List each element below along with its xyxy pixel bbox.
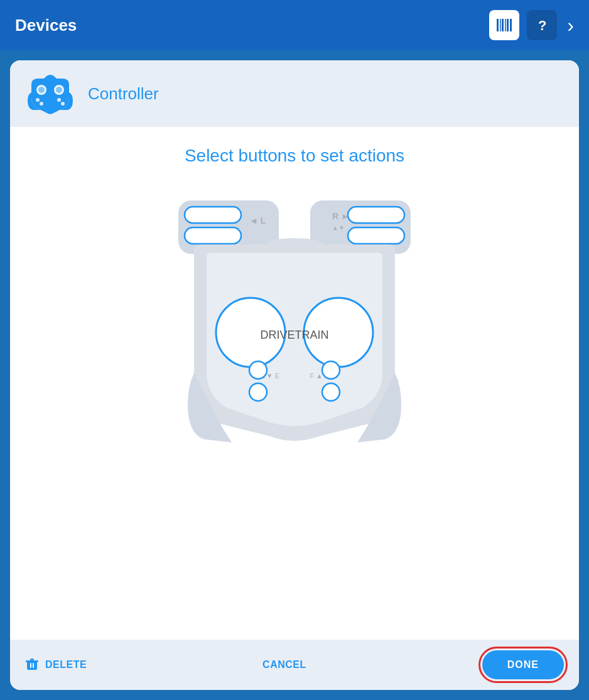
svg-rect-5 (510, 19, 512, 31)
controller-label: Controller (88, 84, 159, 104)
svg-rect-23 (348, 207, 404, 223)
done-button[interactable]: DONE (482, 650, 564, 679)
barcode-icon (495, 16, 513, 34)
svg-rect-4 (507, 19, 509, 31)
svg-point-35 (322, 383, 340, 401)
barcode-button[interactable] (489, 10, 519, 40)
svg-point-32 (249, 383, 267, 401)
svg-rect-19 (185, 207, 241, 223)
svg-point-13 (57, 98, 61, 102)
done-label: DONE (507, 659, 539, 670)
help-button[interactable]: ? (527, 10, 557, 40)
cancel-button[interactable]: CANCEL (262, 659, 306, 670)
svg-text:▲▼: ▲▼ (332, 224, 345, 231)
trash-icon (25, 658, 39, 672)
main-card: Controller Select buttons to set actions (10, 60, 579, 690)
svg-rect-0 (497, 19, 499, 31)
header-icons: ? › (489, 10, 574, 40)
footer: DELETE CANCEL DONE (10, 640, 579, 690)
svg-point-12 (40, 102, 43, 106)
cancel-label: CANCEL (262, 659, 306, 670)
svg-rect-40 (33, 663, 34, 668)
delete-label: DELETE (45, 659, 87, 670)
svg-rect-20 (185, 227, 241, 244)
svg-point-11 (36, 98, 40, 102)
svg-point-8 (38, 87, 45, 93)
controller-diagram: ◄ L R ► ▲▼ (144, 185, 445, 455)
controller-icon-wrap (25, 72, 75, 116)
controller-icon (25, 72, 75, 115)
svg-rect-39 (30, 663, 31, 668)
content-area: Select buttons to set actions ◄ L (10, 127, 579, 640)
svg-rect-24 (348, 227, 404, 244)
app-container: Devices ? › (0, 0, 589, 700)
chevron-right-icon[interactable]: › (567, 14, 574, 37)
controller-header: Controller (10, 60, 579, 127)
svg-point-31 (249, 361, 267, 379)
header-title: Devices (15, 16, 489, 35)
svg-rect-36 (27, 662, 37, 670)
svg-rect-2 (502, 19, 504, 31)
svg-rect-38 (30, 659, 34, 660)
svg-text:?: ? (538, 18, 546, 33)
help-icon: ? (533, 16, 551, 34)
svg-rect-37 (26, 660, 38, 662)
svg-text:R ►: R ► (332, 211, 350, 221)
header: Devices ? › (0, 0, 589, 50)
delete-button[interactable]: DELETE (25, 658, 87, 672)
svg-point-14 (61, 102, 65, 106)
svg-text:DRIVETRAIN: DRIVETRAIN (260, 329, 328, 341)
svg-rect-1 (500, 19, 501, 31)
svg-point-10 (56, 87, 62, 93)
svg-text:◄ L: ◄ L (249, 216, 266, 226)
select-title: Select buttons to set actions (185, 146, 404, 166)
svg-rect-3 (505, 19, 506, 31)
svg-point-34 (322, 361, 340, 379)
